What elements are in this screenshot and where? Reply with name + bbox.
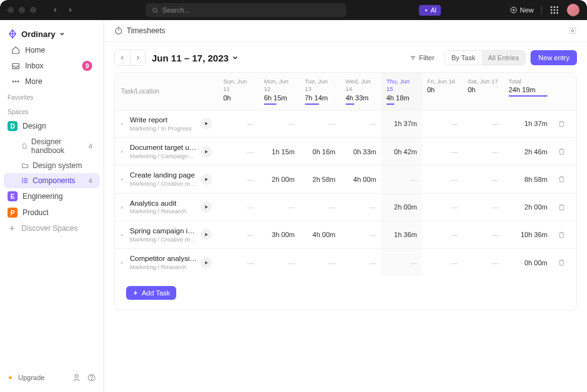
cell-time[interactable]: — [259,194,300,221]
cell-time[interactable]: — [341,110,381,137]
cell-time[interactable]: — [218,249,259,276]
filter-button[interactable]: Filter [405,51,439,65]
gear-icon[interactable] [568,26,577,35]
person-icon[interactable] [72,373,81,382]
expand-caret-icon[interactable]: ▸ [121,260,126,265]
cell-time[interactable]: — [218,221,259,248]
new-button[interactable]: New [510,6,534,14]
cell-time[interactable]: — [341,249,381,276]
apps-grid-button[interactable] [549,5,559,15]
cell-time[interactable]: — [422,166,463,193]
sidebar-item-more[interactable]: More [4,74,100,89]
expand-caret-icon[interactable]: ▸ [121,121,126,127]
cell-time[interactable]: — [259,249,300,276]
sidebar-item-inbox[interactable]: Inbox 9 [4,58,100,74]
trash-icon[interactable] [558,258,566,267]
play-button[interactable] [201,118,212,129]
cell-time[interactable]: 0h 16m [300,138,341,165]
expand-caret-icon[interactable]: ▸ [121,204,126,210]
new-entry-button[interactable]: New entry [531,50,577,65]
close-window-icon[interactable] [8,7,14,13]
cell-time[interactable]: — [463,249,504,276]
cell-time[interactable]: 2h 58m [300,166,341,193]
cell-time[interactable]: — [463,110,504,137]
cell-time[interactable]: — [422,249,463,276]
upgrade-link[interactable]: Upgrade [18,374,45,381]
expand-caret-icon[interactable]: ▸ [121,232,126,238]
avatar[interactable] [567,4,579,16]
sidebar-space[interactable]: DDesign [0,118,103,134]
cell-time[interactable]: — [218,110,259,137]
cell-time[interactable]: — [300,110,341,137]
cell-task[interactable]: ▸ Write report Marketing / In Progress [115,110,218,137]
prev-week-button[interactable] [115,50,130,65]
cell-time[interactable]: 0h 33m [341,138,381,165]
expand-caret-icon[interactable]: ▸ [121,149,126,154]
cell-time[interactable]: — [218,194,259,221]
next-week-button[interactable] [130,50,145,65]
cell-total: 0h 00m [504,249,553,276]
cell-time[interactable]: 1h 15m [259,138,300,165]
play-button[interactable] [201,146,212,157]
cell-time[interactable]: — [218,166,259,193]
trash-icon[interactable] [558,175,566,183]
cell-time[interactable]: — [259,110,300,137]
cell-time[interactable]: 0h 42m [381,138,422,165]
cell-time[interactable]: — [381,166,422,193]
play-button[interactable] [201,174,212,185]
cell-time[interactable]: — [300,249,341,276]
cell-task[interactable]: ▸ Competitor analysis doc Marketing / Re… [115,249,218,276]
nav-back-button[interactable] [49,4,61,16]
workspace-switcher[interactable]: Ordinary [0,25,103,43]
discover-spaces[interactable]: Discover Spaces [0,221,103,236]
cell-time[interactable]: — [422,110,463,137]
cell-time[interactable]: — [381,249,422,276]
date-range-picker[interactable]: Jun 11 – 17, 2023 [152,53,239,63]
cell-time[interactable]: 4h 00m [300,221,341,248]
cell-task[interactable]: ▸ Document target users Marketing / Camp… [115,138,218,165]
cell-time[interactable]: 2h 00m [381,194,422,221]
help-icon[interactable] [87,373,96,382]
cell-time[interactable]: 1h 36m [381,221,422,248]
cell-time[interactable]: 1h 37m [381,110,422,137]
cell-time[interactable]: — [463,166,504,193]
sidebar-subspace[interactable]: Designer handbook4 [4,134,100,158]
zoom-window-icon[interactable] [30,7,36,13]
play-button[interactable] [201,229,212,240]
trash-icon[interactable] [558,231,566,239]
minimize-window-icon[interactable] [19,7,25,13]
cell-time[interactable]: — [422,138,463,165]
trash-icon[interactable] [558,203,566,211]
play-button[interactable] [201,201,212,213]
sidebar-item-home[interactable]: Home [4,43,100,58]
cell-time[interactable]: — [422,221,463,248]
cell-time[interactable]: — [341,194,381,221]
cell-time[interactable]: 4h 00m [341,166,381,193]
cell-time[interactable]: — [300,194,341,221]
cell-task[interactable]: ▸ Create landing page Marketing / Creati… [115,166,218,193]
cell-time[interactable]: — [463,138,504,165]
seg-all-entries[interactable]: All Entries [482,51,526,65]
cell-time[interactable]: — [463,194,504,221]
cell-time[interactable]: — [463,221,504,248]
cell-time[interactable]: 2h 00m [259,166,300,193]
ai-button[interactable]: AI [419,5,441,16]
sidebar-subspace[interactable]: Components4 [4,173,100,188]
sidebar-space[interactable]: EEngineering [0,188,103,204]
cell-time[interactable]: — [422,194,463,221]
cell-task[interactable]: ▸ Analytics audit Marketing / Research [115,194,218,221]
seg-by-task[interactable]: By Task [445,51,482,65]
nav-forward-button[interactable] [64,4,77,16]
search-input[interactable]: Search... [145,3,346,17]
sidebar-subspace[interactable]: Design system [4,158,100,173]
sidebar-space[interactable]: PProduct [0,204,103,221]
cell-time[interactable]: — [218,138,259,165]
trash-icon[interactable] [558,147,566,156]
play-button[interactable] [201,257,212,268]
expand-caret-icon[interactable]: ▸ [121,176,126,182]
cell-time[interactable]: — [341,221,381,248]
cell-task[interactable]: ▸ Spring campaign imag... Marketing / Cr… [115,221,218,248]
add-task-button[interactable]: Add Task [126,286,176,300]
trash-icon[interactable] [558,120,566,128]
cell-time[interactable]: 3h 00m [259,221,300,248]
